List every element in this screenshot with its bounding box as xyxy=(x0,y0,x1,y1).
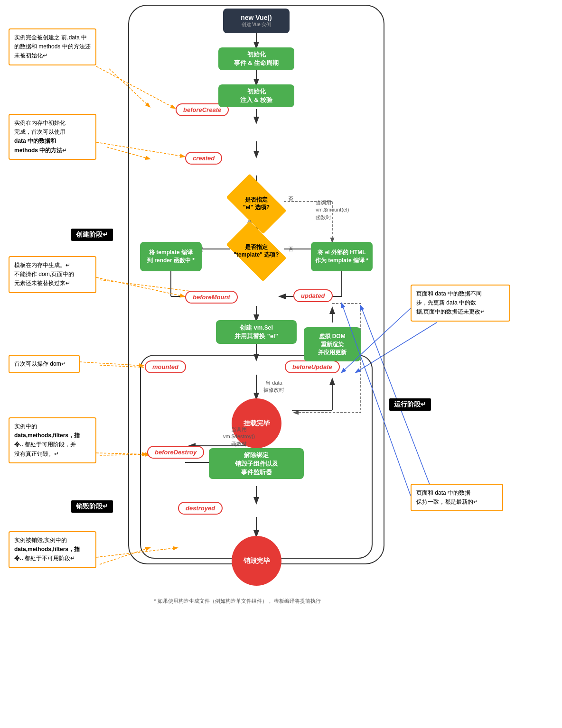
annotation-destroyed: 实例被销毁,实例中的data,methods,filters，指令.. 都处于不… xyxy=(9,531,96,568)
init-injections-node: 初始化 注入 & 校验 xyxy=(218,84,294,107)
vm-destroy-label: 当调用vm.$destroy()函数时 xyxy=(223,426,255,448)
vdom-label: 虚拟 DOM重新渲染并应用更新 xyxy=(318,332,347,357)
annotation-before-update-text: 页面和 data 中的数据不同步，先更新 data 中的数据,页面中的数据还未更… xyxy=(416,290,485,315)
annotation-updated-text: 页面和 data 中的数据保持一致，都是最新的↵ xyxy=(416,489,478,505)
annotation-before-mount: 模板在内存中生成。↵不能操作 dom,页面中的元素还未被替换过来↵ xyxy=(9,256,96,293)
init-events-node: 初始化 事件 & 生命周期 xyxy=(218,47,294,70)
created-hook: created xyxy=(185,152,222,165)
diagram-container: new Vue() 创建 Vue 实例 初始化 事件 & 生命周期 before… xyxy=(0,0,562,728)
annotation-created: 实例在内存中初始化完成，首次可以使用data 中的数据和methods 中的方法… xyxy=(9,114,96,160)
new-vue-label: new Vue() xyxy=(241,14,272,21)
annotation-updated: 页面和 data 中的数据保持一致，都是最新的↵ xyxy=(411,484,503,511)
updated-hook: updated xyxy=(293,289,333,302)
annotation-mounted: 首次可以操作 dom↵ xyxy=(9,355,80,373)
annotation-before-create: 实例完全被创建之 前,data 中的数据和 methods 中的方法还 未被初始… xyxy=(9,28,96,65)
diamond-el-wrap: 是否指定"el" 选项? xyxy=(228,185,285,223)
init-events-label: 初始化 xyxy=(247,50,266,59)
destroy-stage-label: 销毁阶段↵ xyxy=(71,500,113,513)
compile-template-node: 将 template 编译到 render 函数中 * xyxy=(140,242,202,271)
init-inj-sublabel: 注入 & 校验 xyxy=(240,96,273,104)
init-inj-label: 初始化 xyxy=(247,87,266,96)
new-vue-sublabel: 创建 Vue 实例 xyxy=(242,21,272,28)
destroyed-circle: 销毁完毕 xyxy=(232,536,281,586)
destroyed-circle-label: 销毁完毕 xyxy=(244,557,270,565)
annotation-destroyed-text: 实例被销毁,实例中的data,methods,filters，指令.. 都处于不… xyxy=(14,537,80,562)
vm-mount-label: 当调用vm.$mount(el)函数时 xyxy=(316,199,349,221)
create-stage-label: 创建阶段↵ xyxy=(71,229,113,241)
arrow-no-1: 否 xyxy=(288,195,293,203)
before-update-hook: beforeUpdate xyxy=(285,360,340,373)
mounted-hook: mounted xyxy=(145,360,186,373)
new-vue-node: new Vue() 创建 Vue 实例 xyxy=(223,9,290,33)
annotation-before-mount-text: 模板在内存中生成。↵不能操作 dom,页面中的元素还未被替换过来↵ xyxy=(14,262,74,286)
compile-el-node: 将 el 外部的 HTML作为 template 编译 * xyxy=(311,242,373,271)
vdom-node: 虚拟 DOM重新渲染并应用更新 xyxy=(304,327,361,361)
before-mount-hook: beforeMount xyxy=(185,291,238,304)
unbind-label: 解除绑定销毁子组件以及事件监听器 xyxy=(235,451,278,477)
annotation-before-update: 页面和 data 中的数据不同步，先更新 data 中的数据,页面中的数据还未更… xyxy=(411,285,510,322)
annotation-before-destroy-text: 实例中的data,methods,filters，指令.. 都处于可用阶段，并没… xyxy=(14,423,80,457)
before-destroy-hook: beforeDestroy xyxy=(147,446,204,459)
init-events-sublabel: 事件 & 生命周期 xyxy=(234,59,279,67)
annotation-before-destroy: 实例中的data,methods,filters，指令.. 都处于可用阶段，并没… xyxy=(9,417,96,463)
unbind-node: 解除绑定销毁子组件以及事件监听器 xyxy=(209,448,304,479)
diamond-template-wrap: 是否指定"template" 选项? xyxy=(228,232,285,270)
run-stage-label: 运行阶段↵ xyxy=(389,398,431,411)
footnote: * 如果使用构造生成文件（例如构造单文件组件）， 模板编译将提前执行 xyxy=(138,598,337,605)
diamond-template-label: 是否指定"template" 选项? xyxy=(234,244,279,258)
compile-template-label: 将 template 编译到 render 函数中 * xyxy=(147,249,195,265)
arrow-no-2: 否 xyxy=(288,246,293,253)
data-change-label: 当 data被修改时 xyxy=(263,379,284,394)
compile-el-label: 将 el 外部的 HTML作为 template 编译 * xyxy=(315,249,368,265)
diamond-el-label: 是否指定"el" 选项? xyxy=(243,196,270,211)
destroyed-hook: destroyed xyxy=(178,502,223,515)
create-vmsel-label: 创建 vm.$el并用其替换 "el" xyxy=(234,323,278,341)
create-vmsel-node: 创建 vm.$el并用其替换 "el" xyxy=(216,320,297,344)
annotation-created-text: 实例在内存中初始化完成，首次可以使用data 中的数据和methods 中的方法… xyxy=(14,120,67,154)
